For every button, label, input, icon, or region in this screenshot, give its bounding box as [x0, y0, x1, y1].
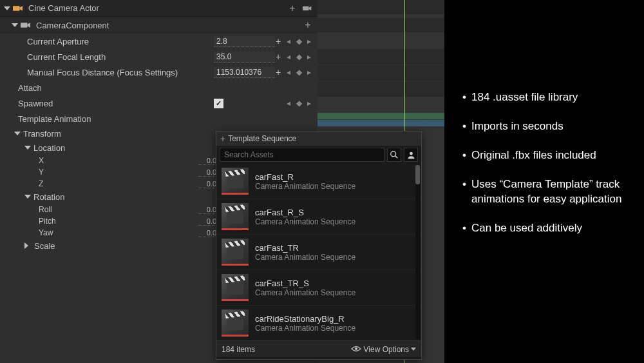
timeline-track: [317, 120, 444, 126]
asset-item[interactable]: carFast_R Camera Animation Sequence: [216, 164, 421, 199]
key-icon[interactable]: ◆: [294, 37, 303, 46]
next-key-icon[interactable]: ▸: [305, 52, 314, 61]
axis-value[interactable]: 0.0: [198, 217, 218, 226]
section-label: Scale: [34, 241, 55, 251]
key-icon[interactable]: ◆: [294, 68, 303, 77]
asset-name: carFast_R: [255, 172, 355, 182]
spawned-checkbox[interactable]: ✓: [214, 99, 223, 108]
next-key-icon[interactable]: ▸: [305, 99, 314, 108]
key-icon[interactable]: ◆: [294, 52, 303, 61]
picker-title: Template Sequence: [228, 134, 296, 143]
key-button[interactable]: +: [274, 68, 283, 77]
asset-list[interactable]: carFast_R Camera Animation Sequence carF…: [216, 164, 421, 340]
prop-label: Current Focal Length: [27, 52, 214, 62]
prev-key-icon[interactable]: ◂: [284, 37, 293, 46]
key-button[interactable]: +: [274, 37, 283, 46]
asset-item[interactable]: carFast_R_S Camera Animation Sequence: [216, 199, 421, 235]
timeline-track: [317, 81, 444, 97]
asset-name: carFast_TR: [255, 243, 355, 253]
prev-key-icon[interactable]: ◂: [284, 99, 293, 108]
info-panel: 184 .uasset file library Imports in seco…: [444, 0, 644, 363]
view-options-button[interactable]: View Options: [351, 345, 416, 354]
property-row-focal[interactable]: Current Focal Length 35.0 + ◂ ◆ ▸: [0, 49, 317, 64]
expand-icon[interactable]: [24, 146, 31, 150]
asset-picker-popup: + Template Sequence carFast_R Camera Ani…: [216, 131, 422, 360]
prop-value[interactable]: 1153.010376: [214, 67, 275, 78]
property-row-template-anim[interactable]: Template Animation: [0, 111, 317, 126]
collapse-icon[interactable]: [24, 242, 32, 249]
property-row-spawned[interactable]: Spawned ✓ ◂ ◆ ▸: [0, 95, 317, 111]
actor-title: Cine Camera Actor: [28, 3, 99, 13]
expand-icon[interactable]: [4, 6, 10, 10]
axis-value[interactable]: 0.0: [198, 157, 218, 165]
svg-rect-1: [303, 6, 308, 10]
property-row-aperture[interactable]: Current Aperture 2.8 + ◂ ◆ ▸: [0, 34, 317, 49]
add-icon: +: [220, 133, 225, 144]
next-key-icon[interactable]: ▸: [305, 37, 314, 46]
component-header[interactable]: CameraComponent +: [0, 17, 317, 34]
feature-item: 184 .uasset file library: [462, 90, 631, 105]
scrollbar-track: [415, 165, 420, 339]
asset-thumbnail-icon: [222, 168, 249, 195]
scrollbar-thumb[interactable]: [415, 165, 420, 184]
actor-header[interactable]: Cine Camera Actor +: [0, 0, 317, 17]
feature-item: Original .fbx files included: [462, 148, 631, 163]
picker-footer: 184 items View Options: [216, 340, 421, 357]
prev-key-icon[interactable]: ◂: [284, 68, 293, 77]
property-row-attach[interactable]: Attach: [0, 80, 317, 95]
component-title: CameraComponent: [36, 21, 109, 30]
eye-icon: [351, 345, 361, 354]
axis-value[interactable]: 0.0: [198, 229, 218, 237]
axis-value[interactable]: 0.0: [198, 180, 218, 188]
property-row-focus[interactable]: Manual Focus Distance (Focus Settings) 1…: [0, 64, 317, 80]
axis-label: Yaw: [39, 228, 198, 237]
timeline-track: [317, 0, 444, 14]
dropdown-icon: [411, 348, 416, 351]
asset-type: Camera Animation Sequence: [255, 217, 355, 226]
section-label: Rotation: [33, 192, 64, 202]
camera-button[interactable]: [302, 3, 314, 14]
axis-label: Roll: [39, 205, 198, 214]
prop-value[interactable]: 2.8: [214, 36, 275, 47]
asset-thumbnail-icon: [222, 274, 249, 301]
cine-camera-icon: [13, 4, 24, 13]
asset-name: carFast_R_S: [255, 208, 355, 217]
next-key-icon[interactable]: ▸: [305, 68, 314, 77]
asset-item[interactable]: carRideStationaryBig_R Camera Animation …: [216, 306, 421, 340]
svg-point-6: [355, 348, 357, 350]
expand-icon[interactable]: [24, 195, 31, 199]
asset-thumbnail-icon: [222, 239, 249, 266]
prop-value[interactable]: 35.0: [214, 52, 275, 63]
add-track-button[interactable]: +: [287, 3, 298, 14]
prop-label: Template Animation: [18, 114, 91, 124]
asset-name: carFast_TR_S: [255, 279, 355, 288]
asset-type: Camera Animation Sequence: [255, 182, 355, 191]
expand-icon[interactable]: [12, 23, 18, 27]
asset-name: carRideStationaryBig_R: [255, 314, 355, 324]
axis-label: Z: [39, 179, 198, 188]
axis-value[interactable]: 0.0: [198, 168, 218, 177]
prop-label: Spawned: [18, 99, 214, 108]
axis-label: Pitch: [39, 217, 198, 226]
add-button[interactable]: +: [302, 19, 314, 31]
camera-component-icon: [21, 21, 32, 30]
search-input[interactable]: [220, 148, 384, 162]
axis-value[interactable]: 0.0: [198, 206, 218, 214]
key-button[interactable]: +: [274, 52, 283, 61]
user-filter-button[interactable]: [404, 148, 418, 162]
key-icon[interactable]: ◆: [294, 99, 303, 108]
section-label: Transform: [23, 129, 61, 139]
asset-item[interactable]: carFast_TR_S Camera Animation Sequence: [216, 270, 421, 306]
sequencer-panel: Cine Camera Actor + CameraComponent + Cu…: [0, 0, 444, 363]
svg-point-3: [391, 152, 396, 157]
prop-label: Attach: [18, 83, 42, 93]
asset-item[interactable]: carFast_TR Camera Animation Sequence: [216, 235, 421, 270]
asset-type: Camera Animation Sequence: [255, 253, 355, 262]
asset-thumbnail-icon: [222, 309, 249, 337]
expand-icon[interactable]: [14, 132, 21, 135]
prev-key-icon[interactable]: ◂: [284, 52, 293, 61]
feature-list: 184 .uasset file library Imports in seco…: [462, 90, 631, 236]
feature-item: Uses “Camera Template” track animations …: [462, 177, 631, 207]
asset-type: Camera Animation Sequence: [255, 324, 355, 333]
search-button[interactable]: [387, 148, 401, 162]
